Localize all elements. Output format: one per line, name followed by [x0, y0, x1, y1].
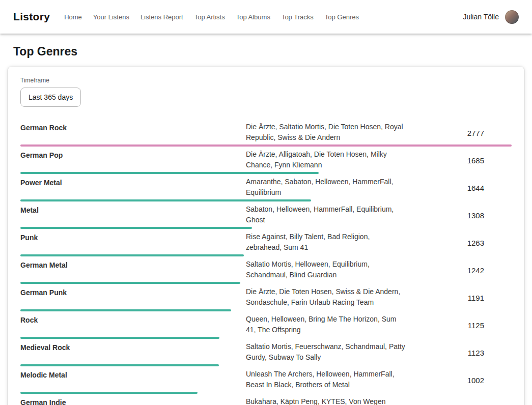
genre-row: German Indie Bukahara, Käptn Peng, KYTES… — [20, 394, 512, 405]
genre-row: German Pop Die Ärzte, Alligatoah, Die To… — [20, 147, 512, 174]
genre-count: 1191 — [468, 294, 512, 302]
genre-name: German Rock — [20, 122, 246, 132]
genre-artists: Die Ärzte, Die Toten Hosen, Swiss & Die … — [246, 286, 406, 308]
genre-count: 1644 — [467, 184, 512, 192]
genre-count: 2777 — [467, 129, 512, 137]
genre-artists: Amaranthe, Sabaton, Helloween, HammerFal… — [246, 177, 406, 198]
genre-row: Rock Queen, Helloween, Bring Me The Hori… — [20, 311, 512, 339]
nav-link-top-tracks[interactable]: Top Tracks — [282, 13, 314, 21]
genre-row: Melodic Metal Unleash The Archers, Hello… — [20, 366, 512, 394]
genre-name: German Pop — [20, 149, 246, 159]
nav-link-top-albums[interactable]: Top Albums — [236, 13, 270, 21]
genre-row: German Rock Die Ärzte, Saltatio Mortis, … — [20, 119, 512, 147]
genre-row: Medieval Rock Saltatio Mortis, Feuerschw… — [20, 339, 512, 366]
genre-name: German Punk — [20, 286, 246, 297]
genre-artists: Bukahara, Käptn Peng, KYTES, Von Wegen L… — [246, 396, 406, 405]
genre-name: Power Metal — [20, 177, 246, 187]
timeframe-select-button[interactable]: Last 365 days — [20, 88, 81, 107]
timeframe-label: Timeframe — [20, 77, 512, 84]
genre-count: 1242 — [467, 266, 512, 275]
genre-artists: Saltatio Mortis, Helloween, Equilibrium,… — [246, 259, 406, 280]
genre-artists: Sabaton, Helloween, HammerFall, Equilibr… — [246, 204, 406, 225]
nav-link-listens-report[interactable]: Listens Report — [141, 13, 183, 21]
avatar[interactable] — [505, 10, 519, 24]
genre-artists: Die Ärzte, Saltatio Mortis, Die Toten Ho… — [246, 122, 406, 143]
genre-row: German Punk Die Ärzte, Die Toten Hosen, … — [20, 284, 512, 311]
genre-artists: Rise Against, Billy Talent, Bad Religion… — [246, 232, 406, 253]
nav-link-home[interactable]: Home — [64, 13, 82, 21]
genre-count: 926 — [471, 403, 512, 405]
nav-link-top-genres[interactable]: Top Genres — [325, 13, 359, 21]
main-nav: HomeYour ListensListens ReportTop Artist… — [64, 13, 359, 21]
page-title: Top Genres — [13, 45, 519, 59]
genre-count: 1125 — [468, 321, 512, 330]
genre-count: 1308 — [467, 211, 512, 220]
genre-name: Rock — [20, 314, 246, 324]
genre-name: Melodic Metal — [20, 369, 246, 379]
genre-name: Medieval Rock — [20, 341, 246, 352]
genre-count: 1685 — [467, 156, 512, 165]
genre-name: German Metal — [20, 259, 246, 269]
genre-row: Punk Rise Against, Billy Talent, Bad Rel… — [20, 229, 512, 256]
genre-name: Punk — [20, 232, 246, 242]
genre-artists: Unleash The Archers, Helloween, HammerFa… — [246, 369, 406, 390]
top-navbar: Listory HomeYour ListensListens ReportTo… — [0, 0, 532, 34]
genre-artists: Die Ärzte, Alligatoah, Die Toten Hosen, … — [246, 149, 406, 170]
genre-artists: Queen, Helloween, Bring Me The Horizon, … — [246, 314, 406, 335]
top-genres-card: Timeframe Last 365 days German Rock Die … — [8, 67, 524, 405]
genre-row: Power Metal Amaranthe, Sabaton, Hellowee… — [20, 174, 512, 201]
nav-link-your-listens[interactable]: Your Listens — [93, 13, 129, 21]
genre-artists: Saltatio Mortis, Feuerschwanz, Schandmau… — [246, 341, 406, 363]
genre-row: Metal Sabaton, Helloween, HammerFall, Eq… — [20, 201, 512, 229]
genre-name: German Indie — [20, 396, 246, 405]
genre-count: 1263 — [467, 239, 512, 247]
genre-name: Metal — [20, 204, 246, 214]
nav-link-top-artists[interactable]: Top Artists — [194, 13, 225, 21]
user-name: Julian Tölle — [463, 13, 499, 21]
genre-count: 1123 — [468, 349, 512, 357]
brand-logo[interactable]: Listory — [13, 11, 50, 23]
genre-count: 1002 — [467, 376, 512, 385]
user-menu[interactable]: Julian Tölle — [463, 10, 519, 24]
genre-row: German Metal Saltatio Mortis, Helloween,… — [20, 256, 512, 284]
genres-list: German Rock Die Ärzte, Saltatio Mortis, … — [20, 119, 512, 405]
